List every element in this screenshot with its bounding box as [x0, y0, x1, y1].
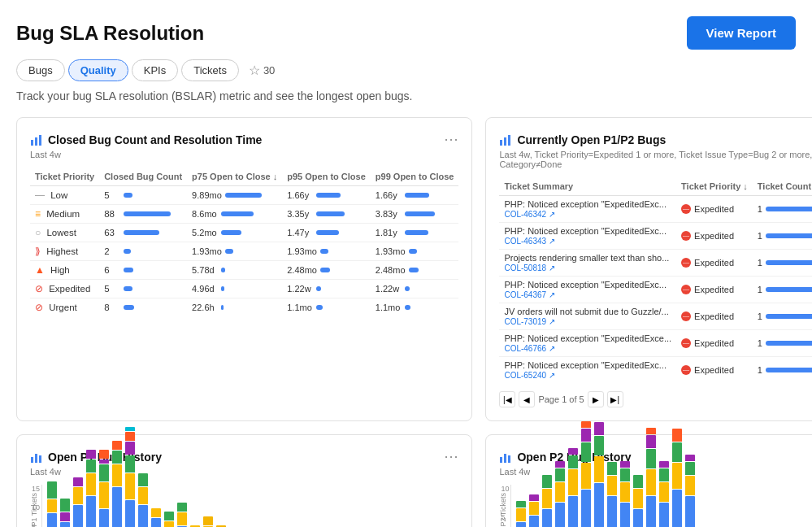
chart-bar-segment	[112, 451, 122, 464]
chart-bar-segment	[125, 500, 135, 527]
chart-bar-segment	[516, 501, 526, 507]
p2-y-tick-10: 10	[501, 485, 509, 493]
svg-rect-8	[39, 455, 41, 463]
table-row: ○ Lowest 63 5.2mo 1.47y 1.81y	[30, 224, 458, 242]
chart-bar-segment	[47, 481, 57, 499]
bar-chart2-icon	[499, 133, 512, 146]
table-row: JV orders will not submit due to Guzzle/…	[499, 303, 812, 330]
priority-cell: ≡ Medium	[30, 205, 99, 224]
chart-bar-segment	[659, 482, 669, 502]
first-page-btn[interactable]: |◀	[499, 391, 515, 407]
table-row: ⟫ Highest 2 1.93mo 1.93mo 1.93mo	[30, 242, 458, 261]
chart-bar-segment	[646, 435, 656, 448]
svg-rect-4	[504, 137, 506, 146]
tab-tickets[interactable]: Tickets	[181, 59, 239, 81]
open-p1p2-card-title: Currently Open P1/P2 Bugs	[499, 133, 666, 146]
count-cell: 8	[99, 298, 187, 317]
chart-bar-segment	[620, 482, 630, 502]
open-p1p2-card: Currently Open P1/P2 Bugs ··· Last 4w, T…	[485, 117, 812, 421]
chart-column	[163, 512, 174, 527]
col-ticket-summary: Ticket Summary	[499, 177, 676, 196]
priority-cell: ○ Lowest	[30, 224, 99, 242]
col-p99[interactable]: p99 Open to Close	[371, 168, 459, 186]
chart-column	[606, 462, 617, 527]
open-p1-card-menu[interactable]: ···	[444, 448, 458, 465]
col-p75[interactable]: p75 Open to Close ↓	[187, 168, 282, 186]
chart-bar-segment	[620, 468, 630, 481]
chart-bar-segment	[555, 503, 565, 527]
priority-badge-cell: — Expedited	[676, 196, 753, 223]
chart-bar-segment	[659, 468, 669, 481]
chart-bar-segment	[138, 473, 148, 486]
chart-bar-segment	[594, 436, 604, 455]
next-page-btn[interactable]: ▶	[588, 391, 604, 407]
chart-column	[72, 477, 83, 527]
chart-bar-segment	[177, 503, 187, 512]
col-priority: Ticket Priority	[30, 168, 99, 186]
chart-bar-segment	[581, 421, 591, 428]
view-report-button[interactable]: View Report	[687, 16, 796, 50]
chart-bar-segment	[607, 496, 617, 527]
chart-bar-segment	[125, 442, 135, 455]
ticket-summary-cell: JV orders will not submit due to Guzzle/…	[499, 303, 676, 330]
chart-bar-segment	[659, 461, 669, 468]
chart-bar-segment	[99, 464, 109, 481]
chart-bar-segment	[112, 441, 122, 450]
chart-column	[150, 508, 161, 527]
ticket-summary-cell: PHP: Noticed exception "ExpeditedExc... …	[499, 357, 676, 384]
chart-bar-segment	[646, 496, 656, 527]
col-p95[interactable]: p95 Open to Close	[282, 168, 371, 186]
table-row: PHP: Noticed exception "ExpeditedExc... …	[499, 223, 812, 250]
chart-column	[645, 428, 656, 527]
svg-rect-0	[31, 140, 33, 146]
chart-bar-segment	[73, 487, 83, 504]
priority-badge-cell: — Expedited	[676, 250, 753, 277]
chart-bar-segment	[529, 494, 539, 501]
chart-bar-segment	[516, 522, 526, 527]
ticket-summary-cell: PHP: Noticed exception "ExpeditedExc... …	[499, 277, 676, 303]
p1-y-tick-15: 15	[32, 485, 40, 493]
count-bar-cell: 1	[753, 223, 812, 250]
svg-rect-3	[500, 140, 502, 146]
tab-bugs[interactable]: Bugs	[16, 59, 65, 81]
chart-bar-segment	[594, 483, 604, 527]
chart-bar-segment	[164, 512, 174, 520]
chart-column	[528, 494, 539, 527]
chart-bar-segment	[138, 505, 148, 527]
p1-y-tick-5: 5	[32, 523, 40, 527]
chart-column	[632, 475, 643, 527]
star-count-value: 30	[263, 64, 275, 76]
p99-cell: 1.66y	[371, 186, 459, 205]
chart-bar-segment	[555, 468, 565, 481]
p1-y-tick-10: 10	[32, 503, 40, 512]
chart-column	[593, 422, 604, 527]
star-count-area: ☆ 30	[249, 63, 275, 78]
p75-cell: 5.78d	[187, 261, 282, 280]
tab-kpis[interactable]: KPIs	[132, 59, 178, 81]
closed-bug-card-menu[interactable]: ···	[444, 131, 458, 148]
last-page-btn[interactable]: ▶|	[607, 391, 623, 407]
chart-column	[567, 448, 578, 527]
chart-bar-segment	[60, 499, 70, 512]
tab-quality[interactable]: Quality	[68, 59, 128, 81]
chart-bar-segment	[542, 509, 552, 527]
chart-bar-segment	[125, 455, 135, 473]
chart-bar-segment	[646, 469, 656, 495]
chart-bar-segment	[151, 508, 161, 517]
svg-rect-6	[31, 457, 33, 463]
chart-bar-segment	[659, 503, 669, 527]
svg-rect-7	[35, 454, 37, 463]
count-bar-cell: 1	[753, 330, 812, 357]
chart-bar-segment	[47, 513, 57, 527]
chart-bar-segment	[581, 442, 591, 462]
p99-cell: 1.22w	[371, 280, 459, 298]
prev-page-btn[interactable]: ◀	[519, 391, 535, 407]
star-icon[interactable]: ☆	[249, 63, 260, 78]
dashboard-grid: Closed Bug Count and Resolution Time ···…	[16, 117, 796, 527]
closed-bug-card-header: Closed Bug Count and Resolution Time ···	[30, 131, 458, 148]
p99-cell: 1.1mo	[371, 298, 459, 317]
open-p1-card-title: Open P1 Bug History	[30, 451, 162, 464]
table-row: ⊘ Urgent 8 22.6h 1.1mo 1.1mo	[30, 298, 458, 317]
col-ticket-priority[interactable]: Ticket Priority ↓	[676, 177, 753, 196]
chart-column	[202, 516, 213, 527]
